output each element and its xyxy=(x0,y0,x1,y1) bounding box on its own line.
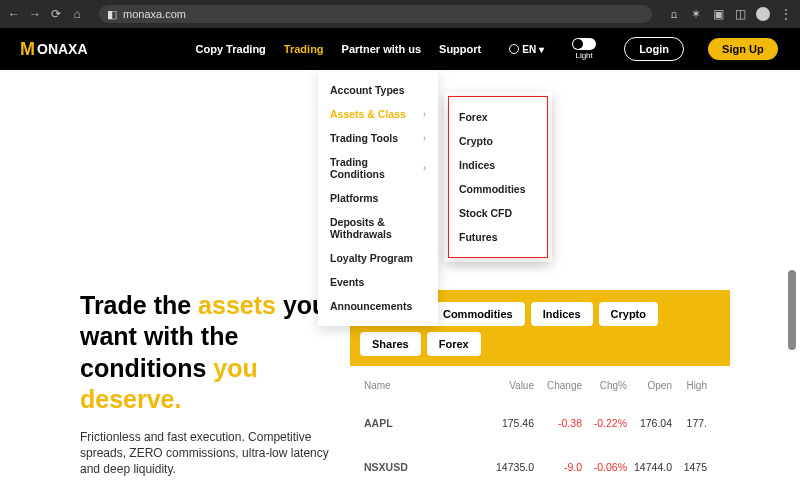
profile-avatar[interactable] xyxy=(756,7,770,21)
menu-events[interactable]: Events xyxy=(318,270,438,294)
logo[interactable]: M ONAXA xyxy=(20,39,88,60)
tab-crypto[interactable]: Crypto xyxy=(599,302,658,326)
login-button[interactable]: Login xyxy=(624,37,684,61)
chevron-right-icon: › xyxy=(423,133,426,143)
signup-button[interactable]: Sign Up xyxy=(708,38,778,60)
side-panel-icon[interactable]: ◫ xyxy=(734,8,746,20)
nav-trading[interactable]: Trading xyxy=(284,43,324,55)
globe-icon xyxy=(509,44,519,54)
table-header: Name Value Change Chg% Open High xyxy=(364,380,716,401)
nav-partner[interactable]: Partner with us xyxy=(342,43,421,55)
reload-icon[interactable]: ⟳ xyxy=(50,8,62,20)
hero-title: Trade the assets you want with the condi… xyxy=(80,290,340,415)
url-text: monaxa.com xyxy=(123,8,186,20)
submenu-stock-cfd[interactable]: Stock CFD xyxy=(449,201,547,225)
hero-subtitle: Frictionless and fast execution. Competi… xyxy=(80,429,340,478)
nav-support[interactable]: Support xyxy=(439,43,481,55)
translate-icon[interactable]: ⩍ xyxy=(668,8,680,20)
home-icon[interactable]: ⌂ xyxy=(71,8,83,20)
site-header: M ONAXA Copy Trading Trading Partner wit… xyxy=(0,28,800,70)
site-info-icon[interactable]: ◧ xyxy=(107,8,117,21)
menu-account-types[interactable]: Account Types xyxy=(318,78,438,102)
main-nav: Copy Trading Trading Partner with us Sup… xyxy=(196,43,482,55)
logo-icon: M xyxy=(20,39,35,60)
chevron-down-icon: ▾ xyxy=(539,44,544,55)
nav-copy-trading[interactable]: Copy Trading xyxy=(196,43,266,55)
menu-trading-tools[interactable]: Trading Tools› xyxy=(318,126,438,150)
menu-platforms[interactable]: Platforms xyxy=(318,186,438,210)
tab-forex[interactable]: Forex xyxy=(427,332,481,356)
menu-announcements[interactable]: Announcements xyxy=(318,294,438,318)
back-icon[interactable]: ← xyxy=(8,8,20,20)
submenu-indices[interactable]: Indices xyxy=(449,153,547,177)
assets-submenu: Forex Crypto Indices Commodities Stock C… xyxy=(448,96,548,258)
chevron-right-icon: › xyxy=(423,163,426,173)
scrollbar-thumb[interactable] xyxy=(788,270,796,350)
settings-icon[interactable]: ✶ xyxy=(690,8,702,20)
submenu-crypto[interactable]: Crypto xyxy=(449,129,547,153)
menu-icon[interactable]: ⋮ xyxy=(780,8,792,20)
menu-assets-class[interactable]: Assets & Class› xyxy=(318,102,438,126)
theme-toggle[interactable]: Light xyxy=(572,38,596,60)
submenu-forex[interactable]: Forex xyxy=(449,105,547,129)
table-row[interactable]: AAPL 175.46 -0.38 -0.22% 176.04 177. xyxy=(364,401,716,445)
url-bar[interactable]: ◧ monaxa.com xyxy=(99,5,652,23)
submenu-futures[interactable]: Futures xyxy=(449,225,547,249)
assets-submenu-shadow: Forex Crypto Indices Commodities Stock C… xyxy=(444,92,552,262)
browser-chrome: ← → ⟳ ⌂ ◧ monaxa.com ⩍ ✶ ▣ ◫ ⋮ xyxy=(0,0,800,28)
table-row[interactable]: NSXUSD 14735.0 -9.0 -0.06% 14744.0 1475 xyxy=(364,445,716,489)
language-selector[interactable]: EN ▾ xyxy=(509,44,544,55)
forward-icon[interactable]: → xyxy=(29,8,41,20)
extensions-icon[interactable]: ▣ xyxy=(712,8,724,20)
logo-text: ONAXA xyxy=(37,41,88,57)
menu-loyalty[interactable]: Loyalty Program xyxy=(318,246,438,270)
menu-deposits[interactable]: Deposits & Withdrawals xyxy=(318,210,438,246)
trading-dropdown: Account Types Assets & Class› Trading To… xyxy=(318,70,438,326)
toggle-switch[interactable] xyxy=(572,38,596,50)
menu-trading-conditions[interactable]: Trading Conditions› xyxy=(318,150,438,186)
tab-commodities[interactable]: Commodities xyxy=(431,302,525,326)
submenu-commodities[interactable]: Commodities xyxy=(449,177,547,201)
price-table: Name Value Change Chg% Open High AAPL 17… xyxy=(350,366,730,489)
tab-shares[interactable]: Shares xyxy=(360,332,421,356)
hero: Trade the assets you want with the condi… xyxy=(80,290,340,478)
chevron-right-icon: › xyxy=(423,109,426,119)
tab-indices[interactable]: Indices xyxy=(531,302,593,326)
